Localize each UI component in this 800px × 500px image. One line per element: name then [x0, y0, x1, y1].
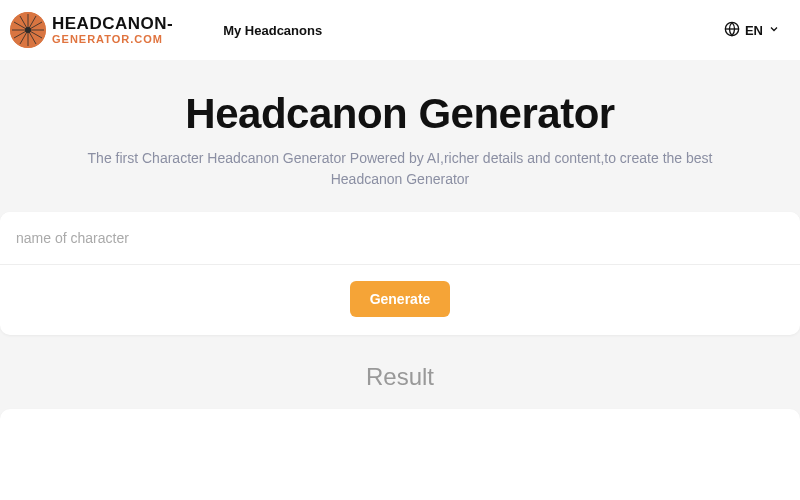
generator-card: Generate: [0, 212, 800, 335]
character-name-input[interactable]: [0, 212, 800, 265]
header-left: HEADCANON- GENERATOR.COM My Headcanons: [20, 12, 322, 48]
logo-text: HEADCANON- GENERATOR.COM: [52, 15, 173, 46]
nav-my-headcanons[interactable]: My Headcanons: [223, 23, 322, 38]
page-title: Headcanon Generator: [0, 90, 800, 138]
svg-point-13: [25, 27, 31, 33]
main: Headcanon Generator The first Character …: [0, 60, 800, 500]
page-subtitle: The first Character Headcanon Generator …: [0, 148, 800, 190]
chevron-down-icon: [768, 23, 780, 38]
logo-text-top: HEADCANON-: [52, 15, 173, 34]
generate-button[interactable]: Generate: [350, 281, 451, 317]
logo-fan-icon: [10, 12, 46, 48]
globe-icon: [724, 21, 740, 40]
header: HEADCANON- GENERATOR.COM My Headcanons E…: [0, 0, 800, 60]
result-title: Result: [0, 363, 800, 391]
language-selector[interactable]: EN: [724, 21, 780, 40]
result-card: [0, 409, 800, 500]
logo-text-bottom: GENERATOR.COM: [52, 33, 173, 45]
language-label: EN: [745, 23, 763, 38]
logo[interactable]: HEADCANON- GENERATOR.COM: [20, 12, 173, 48]
